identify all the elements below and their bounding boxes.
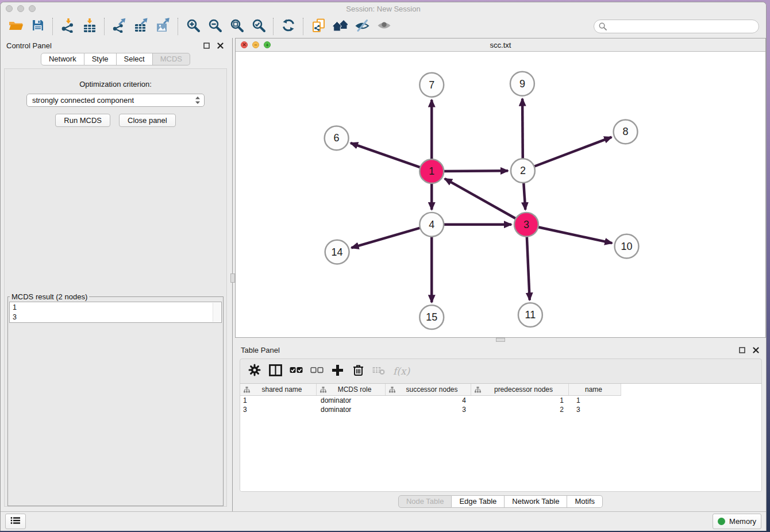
graph-edge-2-3[interactable] [523,183,525,210]
column-header-predecessor-nodes[interactable]: predecessor nodes [471,384,569,395]
export-image-button[interactable] [152,17,174,36]
zoom-out-icon [208,18,222,35]
table-cell[interactable]: 2 [471,406,569,414]
result-scrollbar[interactable] [213,303,221,322]
tab-motifs[interactable]: Motifs [567,495,603,508]
table-row[interactable]: 1dominator411 [240,396,761,405]
table-cell[interactable]: dominator [317,406,386,414]
import-network-button[interactable] [57,17,79,36]
duplicate-network-button[interactable] [307,17,329,36]
vertical-splitter[interactable] [230,38,235,511]
svg-text:4: 4 [429,219,434,230]
memory-status-icon [718,518,725,525]
export-table-button[interactable] [130,17,152,36]
graph-edge-4-14[interactable] [352,228,421,248]
graph-node-4[interactable]: 4 [419,213,444,237]
graph-edge-2-8[interactable] [534,137,612,167]
table-cell[interactable]: 4 [386,396,471,404]
graph-edge-2-9[interactable] [522,99,523,159]
graph-node-1[interactable]: 1 [419,159,444,183]
mcds-result-area[interactable]: 1 3 [9,302,222,323]
column-layout-button[interactable] [267,363,284,380]
zoom-in-icon [186,18,201,35]
table-cell[interactable]: 3 [569,406,621,414]
add-row-button[interactable] [329,363,346,380]
save-floppy-icon [32,19,44,34]
table-cell[interactable]: 1 [569,396,621,404]
column-header-mcds-role[interactable]: MCDS role [317,384,386,395]
task-history-button[interactable] [5,514,26,529]
graph-node-15[interactable]: 15 [419,305,444,329]
open-session-button[interactable] [5,17,27,36]
zoom-fit-button[interactable] [226,17,248,36]
eye-icon [377,21,391,33]
graph-node-7[interactable]: 7 [419,73,444,97]
graph-node-8[interactable]: 8 [614,120,638,144]
save-session-button[interactable] [27,17,49,36]
hide-selected-button[interactable] [351,17,373,36]
table-row[interactable]: 3dominator323 [240,405,761,414]
import-table-button[interactable] [79,17,101,36]
search-box[interactable] [594,20,759,33]
tab-network[interactable]: Network [41,53,84,65]
fx-icon: f(x) [393,365,410,377]
splitter-handle[interactable] [230,273,235,283]
zoom-in-button[interactable] [182,17,204,36]
select-all-button[interactable] [287,363,305,380]
column-header-shared-name[interactable]: shared name [240,384,317,395]
graph-edge-3-10[interactable] [538,227,612,243]
memory-button[interactable]: Memory [713,514,761,529]
table-cell[interactable]: 3 [386,406,471,414]
homes-icon [333,19,348,34]
tab-style[interactable]: Style [84,53,117,65]
run-mcds-button[interactable]: Run MCDS [55,114,110,127]
graph-node-9[interactable]: 9 [510,72,534,96]
close-panel-button-mcds[interactable]: Close panel [119,114,176,127]
table-cell[interactable]: 1 [240,396,317,404]
float-table-panel-button[interactable] [737,345,746,354]
node-table[interactable]: shared name MCDS role successor nodes [240,383,761,491]
graph-node-2[interactable]: 2 [511,159,535,183]
tab-edge-table[interactable]: Edge Table [452,495,505,508]
splitter-handle[interactable] [496,338,505,342]
graph-node-14[interactable]: 14 [325,240,349,264]
delete-rows-button[interactable] [349,363,367,380]
function-builder-button: f(x) [391,363,412,380]
search-input[interactable] [610,22,754,32]
graph-edge-1-6[interactable] [351,143,420,167]
tab-mcds[interactable]: MCDS [153,53,190,65]
table-container: f(x) shared name MC [240,358,762,492]
graph-edge-3-1[interactable] [445,179,516,219]
table-cell[interactable]: 1 [471,396,569,404]
hierarchy-home-button[interactable] [329,17,351,36]
graph-edge-1-2[interactable] [444,171,508,171]
tab-node-table[interactable]: Node Table [398,495,452,508]
refresh-view-button[interactable] [278,17,299,36]
close-panel-button[interactable] [215,41,225,50]
network-canvas[interactable]: 1234678910111415 [236,52,765,337]
criterion-dropdown[interactable]: strongly connected component [26,94,205,107]
zoom-selected-button[interactable] [248,17,270,36]
zoom-out-button[interactable] [204,17,226,36]
export-network-button[interactable] [109,17,130,36]
deselect-all-button[interactable] [308,363,325,380]
tab-network-table[interactable]: Network Table [505,495,567,508]
column-header-name[interactable]: name [569,384,621,395]
tab-select[interactable]: Select [117,53,153,65]
graph-node-3[interactable]: 3 [514,213,538,237]
graph-edge-3-11[interactable] [527,237,530,300]
network-graph[interactable]: 1234678910111415 [236,52,765,337]
table-cell[interactable]: 3 [240,406,317,414]
graph-node-11[interactable]: 11 [518,303,542,327]
network-window-title: scc.txt [236,41,765,49]
table-settings-button[interactable] [246,363,263,380]
column-header-successor-nodes[interactable]: successor nodes [386,384,471,395]
optimization-criterion-label: Optimization criterion: [79,80,152,88]
show-all-button[interactable] [373,17,395,36]
table-cell[interactable]: dominator [317,396,386,404]
horizontal-splitter[interactable] [235,338,766,342]
graph-node-10[interactable]: 10 [615,234,639,259]
float-panel-button[interactable] [202,41,211,50]
close-table-panel-button[interactable] [751,345,760,354]
graph-node-6[interactable]: 6 [325,126,349,150]
